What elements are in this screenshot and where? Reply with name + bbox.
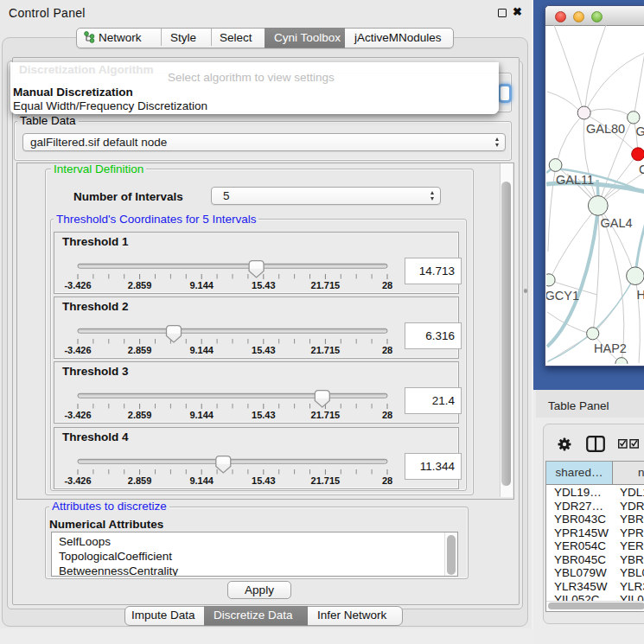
- svg-text:GAL4: GAL4: [601, 216, 633, 230]
- svg-text:28: 28: [382, 280, 392, 290]
- svg-text:2.859: 2.859: [128, 475, 152, 486]
- svg-text:28: 28: [382, 410, 392, 420]
- svg-text:-3.426: -3.426: [64, 280, 91, 290]
- svg-text:15.43: 15.43: [252, 410, 276, 420]
- svg-text:GAL: GAL: [636, 124, 644, 138]
- svg-text:GAL80: GAL80: [586, 122, 625, 136]
- svg-text:-3.426: -3.426: [64, 345, 91, 355]
- svg-text:-3.426: -3.426: [64, 410, 91, 420]
- svg-text:HIS: HIS: [637, 288, 644, 302]
- svg-text:2.859: 2.859: [128, 345, 152, 355]
- svg-text:28: 28: [382, 475, 392, 486]
- svg-text:28: 28: [382, 345, 392, 355]
- svg-text:2.859: 2.859: [128, 280, 152, 290]
- svg-text:9.144: 9.144: [189, 410, 214, 420]
- svg-text:15.43: 15.43: [252, 345, 276, 355]
- svg-text:9.144: 9.144: [189, 280, 214, 290]
- svg-text:21.715: 21.715: [311, 475, 341, 486]
- svg-text:CBF: CBF: [639, 163, 644, 176]
- svg-text:9.144: 9.144: [189, 345, 214, 355]
- svg-text:9.144: 9.144: [189, 475, 214, 486]
- svg-text:HAP2: HAP2: [594, 341, 627, 355]
- svg-text:21.715: 21.715: [311, 410, 341, 420]
- svg-text:GAL11: GAL11: [556, 173, 594, 187]
- svg-text:2.859: 2.859: [128, 410, 152, 420]
- svg-text:15.43: 15.43: [252, 475, 276, 486]
- svg-text:GCY1: GCY1: [546, 289, 579, 303]
- svg-text:-3.426: -3.426: [64, 475, 91, 486]
- svg-text:21.715: 21.715: [311, 280, 341, 290]
- svg-text:15.43: 15.43: [252, 280, 276, 290]
- svg-text:21.715: 21.715: [311, 345, 341, 355]
